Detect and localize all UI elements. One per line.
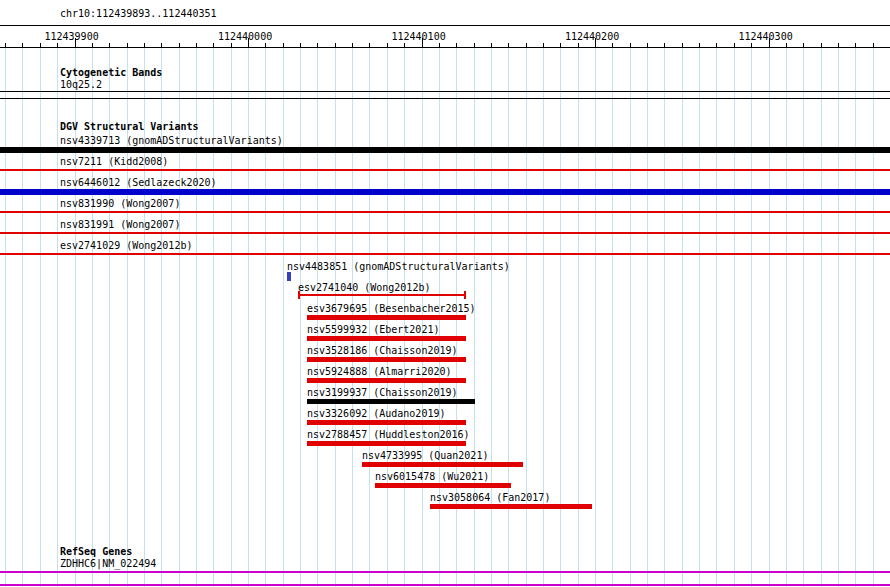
ruler-minor-tick (161, 43, 162, 48)
ruler-minor-tick (526, 43, 527, 48)
variant-bar[interactable] (307, 315, 466, 320)
ruler-minor-tick (127, 43, 128, 48)
ruler-minor-tick (716, 43, 717, 48)
gridline (803, 47, 804, 587)
variant-label[interactable]: nsv6015478 (Wu2021) (375, 471, 489, 482)
gridline (265, 47, 266, 587)
cytoband-top-border[interactable] (0, 91, 890, 92)
ruler-minor-tick (144, 43, 145, 48)
variant-bar[interactable] (307, 399, 475, 404)
gridline (5, 47, 6, 587)
gridline (664, 47, 665, 587)
ruler-minor-tick (734, 43, 735, 48)
ruler-coordinate-label: 112440200 (565, 31, 619, 42)
ruler-minor-tick (265, 43, 266, 48)
variant-span-hline (298, 294, 466, 296)
ruler-minor-tick (855, 43, 856, 48)
variant-label[interactable]: nsv4733995 (Quan2021) (362, 450, 488, 461)
ruler-minor-tick (838, 43, 839, 48)
gridline (40, 47, 41, 587)
variant-bar[interactable] (287, 272, 291, 281)
gridline (248, 47, 249, 587)
variant-bar[interactable] (0, 147, 890, 153)
variant-bar[interactable] (0, 189, 890, 195)
variant-label[interactable]: nsv5599932 (Ebert2021) (307, 324, 439, 335)
gridline (786, 47, 787, 587)
gridline (213, 47, 214, 587)
variant-label[interactable]: esv2741029 (Wong2012b) (60, 240, 192, 251)
ruler-minor-tick (508, 43, 509, 48)
ruler-minor-tick (699, 43, 700, 48)
refseq-gene-label[interactable]: ZDHHC6|NM_022494 (60, 558, 156, 569)
ruler-minor-tick (803, 43, 804, 48)
gridline (231, 47, 232, 587)
variant-bar[interactable] (0, 232, 890, 234)
gridline (57, 47, 58, 587)
variant-label[interactable]: esv3679695 (Besenbacher2015) (307, 303, 476, 314)
variant-bar[interactable] (307, 336, 466, 341)
ruler-minor-tick (352, 43, 353, 48)
gridline (769, 47, 770, 587)
ruler-minor-tick (335, 43, 336, 48)
variant-bar[interactable] (307, 357, 466, 362)
ruler-minor-tick (543, 43, 544, 48)
ruler-minor-tick (369, 43, 370, 48)
gridline (699, 47, 700, 587)
variant-bar[interactable] (307, 378, 466, 383)
ruler-minor-tick (213, 43, 214, 48)
variant-label[interactable]: nsv831990 (Wong2007) (60, 198, 180, 209)
refseq-gene-line-2[interactable] (0, 584, 890, 586)
ruler-minor-tick (491, 43, 492, 48)
ruler-minor-tick (786, 43, 787, 48)
ruler-axis-line (0, 47, 890, 48)
variant-label[interactable]: nsv3528186 (Chaisson2019) (307, 345, 458, 356)
variant-label[interactable]: nsv4483851 (gnomADStructuralVariants) (287, 261, 510, 272)
ruler-minor-tick (22, 43, 23, 48)
gridline (838, 47, 839, 587)
gridline (751, 47, 752, 587)
genome-browser-view: chr10:112439893..112440351 Cytogenetic B… (0, 0, 890, 587)
variant-bar[interactable] (307, 420, 466, 425)
variant-label[interactable]: nsv5924888 (Almarri2020) (307, 366, 452, 377)
variant-bar[interactable] (307, 441, 466, 446)
gridline (647, 47, 648, 587)
ruler-minor-tick (560, 43, 561, 48)
cytoband-bottom-border[interactable] (0, 98, 890, 99)
ruler-minor-tick (578, 43, 579, 48)
variant-bar[interactable] (430, 504, 592, 509)
ruler-minor-tick (751, 43, 752, 48)
variant-label[interactable]: nsv4339713 (gnomADStructuralVariants) (60, 135, 283, 146)
variant-label[interactable]: nsv7211 (Kidd2008) (60, 156, 168, 167)
variant-label[interactable]: nsv831991 (Wong2007) (60, 219, 180, 230)
variant-label[interactable]: esv2741040 (Wong2012b) (298, 282, 430, 293)
ruler-minor-tick (439, 43, 440, 48)
variant-label[interactable]: nsv3058064 (Fan2017) (430, 492, 550, 503)
gridline (734, 47, 735, 587)
ruler-minor-tick (283, 43, 284, 48)
gridline (630, 47, 631, 587)
refseq-gene-line[interactable] (0, 571, 890, 573)
ruler-minor-tick (231, 43, 232, 48)
ruler-coordinate-label: 112440100 (392, 31, 446, 42)
section-title-refseq-genes: RefSeq Genes (60, 546, 132, 557)
ruler-minor-tick (179, 43, 180, 48)
ruler-minor-tick (474, 43, 475, 48)
variant-bar[interactable] (0, 169, 890, 171)
variant-bar[interactable] (0, 253, 890, 255)
gridline (283, 47, 284, 587)
ruler-minor-tick (5, 43, 6, 48)
variant-label[interactable]: nsv2788457 (Huddleston2016) (307, 429, 470, 440)
variant-bar[interactable] (375, 483, 511, 488)
variant-label[interactable]: nsv3199937 (Chaisson2019) (307, 387, 458, 398)
ruler-minor-tick (317, 43, 318, 48)
ruler-minor-tick (300, 43, 301, 48)
ruler-minor-tick (630, 43, 631, 48)
ruler-coordinate-label: 112440300 (739, 31, 793, 42)
variant-label[interactable]: nsv3326092 (Audano2019) (307, 408, 445, 419)
header-separator-line (0, 25, 890, 26)
ruler-minor-tick (873, 43, 874, 48)
variant-bar[interactable] (362, 462, 523, 467)
ruler-minor-tick (682, 43, 683, 48)
variant-bar[interactable] (0, 211, 890, 213)
variant-label[interactable]: nsv6446012 (Sedlazeck2020) (60, 177, 217, 188)
